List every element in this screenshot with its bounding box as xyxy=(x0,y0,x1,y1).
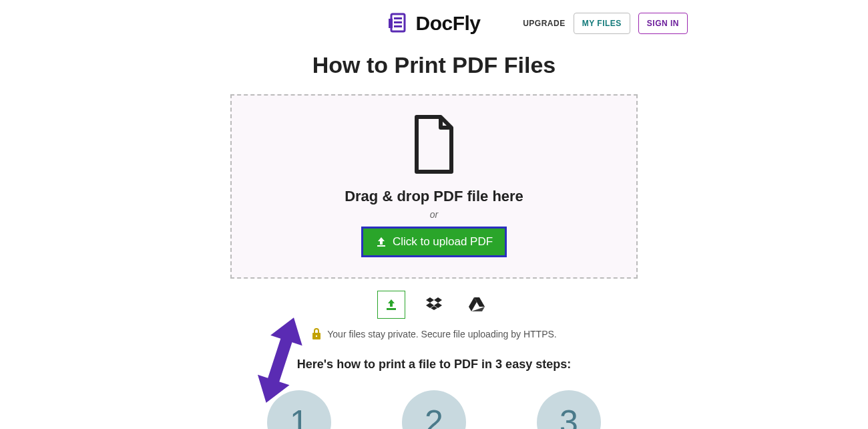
logo-text: DocFly xyxy=(415,12,480,35)
step-3-circle: 3 xyxy=(537,390,601,429)
source-local-upload[interactable] xyxy=(377,291,405,319)
google-drive-icon xyxy=(469,297,485,312)
svg-point-8 xyxy=(316,335,317,337)
page-title: How to Print PDF Files xyxy=(0,52,868,78)
file-icon xyxy=(410,114,458,176)
dropzone[interactable]: Drag & drop PDF file here or Click to up… xyxy=(230,94,638,279)
upload-icon xyxy=(375,236,387,248)
drop-title: Drag & drop PDF file here xyxy=(245,188,623,205)
my-files-button[interactable]: MY FILES xyxy=(574,13,630,34)
svg-rect-4 xyxy=(389,19,393,28)
header: DocFly UPGRADE MY FILES SIGN IN xyxy=(0,0,868,40)
svg-rect-2 xyxy=(394,21,402,23)
source-google-drive[interactable] xyxy=(463,291,491,319)
step-2-circle: 2 xyxy=(402,390,466,429)
svg-rect-5 xyxy=(377,245,385,247)
upgrade-link[interactable]: UPGRADE xyxy=(523,19,566,28)
svg-rect-3 xyxy=(394,25,402,27)
svg-rect-6 xyxy=(387,308,396,310)
upload-source-icon xyxy=(384,297,399,312)
sign-in-button[interactable]: SIGN IN xyxy=(638,13,688,34)
steps-heading: Here's how to print a file to PDF in 3 e… xyxy=(0,358,868,372)
privacy-text: Your files stay private. Secure file upl… xyxy=(327,329,556,339)
drop-or: or xyxy=(245,209,623,220)
docfly-logo-icon xyxy=(387,12,410,35)
source-dropbox[interactable] xyxy=(420,291,448,319)
svg-rect-1 xyxy=(394,17,402,19)
privacy-notice: Your files stay private. Secure file upl… xyxy=(0,328,868,340)
step-1-circle: 1 xyxy=(267,390,331,429)
steps-row: 1 2 3 xyxy=(0,390,868,429)
upload-sources xyxy=(0,291,868,319)
upload-button[interactable]: Click to upload PDF xyxy=(361,227,507,257)
upload-button-label: Click to upload PDF xyxy=(393,235,493,249)
header-actions: UPGRADE MY FILES SIGN IN xyxy=(523,13,688,34)
logo[interactable]: DocFly xyxy=(387,12,480,35)
lock-icon xyxy=(311,328,322,340)
dropbox-icon xyxy=(426,297,442,312)
